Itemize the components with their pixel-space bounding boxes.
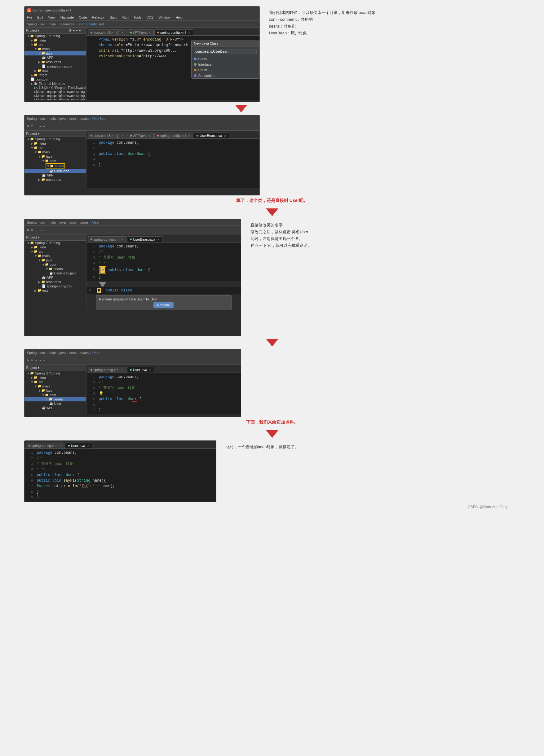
tab2-pom[interactable]: pom.xml (Spring) ✕ bbox=[88, 133, 127, 138]
section3-comment: 直接修改类的名字 修改完之后，鼠标点击 类名User 此时，左边就是出现一个 R… bbox=[247, 219, 520, 252]
dialog-option-class[interactable]: Class bbox=[191, 56, 259, 62]
code5-line2: 2 /* bbox=[27, 456, 213, 461]
tab-spring-config[interactable]: spring-config.xml ✕ bbox=[154, 29, 193, 35]
menu-code[interactable]: Code bbox=[77, 15, 88, 19]
menu-build[interactable]: Build bbox=[108, 15, 118, 19]
ide-body-3: Project ▾ ▼📁Spring G:\Spring ▶📁.idea ▼📁s… bbox=[24, 234, 241, 311]
tab-pom[interactable]: pom.xml (Spring) ✕ bbox=[88, 29, 127, 35]
tab2-spring[interactable]: spring-config.xml ✕ bbox=[154, 133, 193, 138]
ide-body-4: Project ▾ ▼📁Spring G:\Spring ▶📁.idea ▼📁s… bbox=[24, 365, 241, 414]
tree2-userbean[interactable]: ☕UserBean bbox=[24, 169, 86, 173]
code5-line8: 8 } bbox=[27, 489, 213, 495]
section3-ide-col: Spring › src › main › java › com › beans… bbox=[24, 219, 241, 336]
menu-run[interactable]: Run bbox=[121, 15, 130, 19]
tree-spring: ▼📁Spring G:\Spring bbox=[24, 34, 86, 38]
csdn-footer: CSDN @Dark And Grey bbox=[24, 505, 520, 509]
tree2-main: ▼📁main bbox=[24, 150, 86, 154]
section3: Spring › src › main › java › com › beans… bbox=[24, 219, 520, 336]
code3-rename-line: 5 R public class bbox=[86, 287, 241, 294]
bc-resources: resources bbox=[59, 22, 74, 26]
bc-spring: Spring bbox=[27, 22, 37, 26]
tab4-spring[interactable]: spring-config.xml ✕ bbox=[88, 367, 126, 373]
tab-app[interactable]: APP.java ✕ bbox=[127, 29, 154, 35]
tree4-beans[interactable]: ▼📁beans bbox=[24, 397, 86, 401]
dialog-option-interface[interactable]: Interface bbox=[191, 62, 259, 67]
rename-popup-text: Rename usages of 'UserBean' to 'User' bbox=[99, 297, 228, 301]
tab5-spring[interactable]: spring-config.xml ✕ bbox=[26, 443, 64, 448]
bc-src: src bbox=[40, 22, 45, 26]
toolbar-3: ⚙ ≡ ÷ ✦ – bbox=[24, 226, 241, 234]
section4: Spring › src › main › java › com › beans… bbox=[24, 349, 520, 417]
tree3-spring: ▼📁Spring G:\Spring bbox=[24, 241, 86, 245]
tab2-userbean[interactable]: UserBean.java ✕ bbox=[194, 133, 229, 138]
tree4-java: ▼📁java bbox=[24, 388, 86, 393]
sidebar-4: Project ▾ ▼📁Spring G:\Spring ▶📁.idea ▼📁s… bbox=[24, 365, 86, 414]
tree4-src: ▼📁src bbox=[24, 380, 86, 384]
code4-line4: 4 💡 bbox=[89, 391, 238, 396]
menu-file[interactable]: File bbox=[26, 15, 34, 19]
tabs-4: spring-config.xml ✕ User.java ✕ bbox=[86, 365, 241, 373]
menu-tools[interactable]: Tools bbox=[132, 15, 143, 19]
tree2-spring: ▼📁Spring G:\Spring bbox=[24, 137, 86, 141]
tab4-user[interactable]: User.java ✕ bbox=[127, 367, 154, 373]
tree-java[interactable]: ▼📁java bbox=[24, 51, 86, 55]
project-header-2[interactable]: Project ▾ bbox=[24, 131, 86, 137]
dialog-input[interactable] bbox=[194, 49, 256, 54]
sidebar-2: Project ▾ ▼📁Spring G:\Spring ▶📁.idea ▼📁s… bbox=[24, 131, 86, 188]
tab3-spring[interactable]: spring-config.xml ✕ bbox=[88, 236, 126, 242]
editor-2: 1 package com.beans; 2 3 public class Us… bbox=[86, 139, 259, 188]
project-header-4[interactable]: Project ▾ bbox=[24, 365, 86, 371]
editor-3: 1 package com.beans; 2 /* 3 * 普通的 bean 对… bbox=[86, 243, 241, 281]
menu-navigate[interactable]: Navigate bbox=[59, 15, 75, 19]
project-header-3[interactable]: Project ▾ bbox=[24, 234, 86, 241]
tree-mvn-aop: ▶Maven: org.springframework:spring-aop:5… bbox=[24, 90, 86, 94]
tabs-1: pom.xml (Spring) ✕ APP.java ✕ spring-con… bbox=[86, 28, 259, 36]
breadcrumb-2: Spring › src › main › java › com › beans… bbox=[24, 115, 259, 122]
dialog-option-enum[interactable]: Enum bbox=[191, 67, 259, 73]
tree4-com: ▼📁com bbox=[24, 393, 86, 397]
menu-vcs[interactable]: VCS bbox=[145, 15, 155, 19]
code4-line2: 2 /* bbox=[89, 380, 238, 385]
code5-line6: 6 public void sayHi(String name){ bbox=[27, 478, 213, 483]
tree-jdk: ▶< 1.8 (2) > C:\Program Files\Java\jdk1.… bbox=[24, 86, 86, 90]
tree-mvn-context: ▶Maven: org.springframework:spring-conte… bbox=[24, 98, 86, 100]
tree-pom: 📄pom.xml bbox=[24, 77, 86, 81]
menu-edit[interactable]: Edit bbox=[36, 15, 44, 19]
rename-button[interactable]: Rename bbox=[153, 302, 174, 308]
section1-ide-col: 🔥 Spring - spring-config.xml File Edit V… bbox=[24, 6, 260, 102]
tree4-spring: ▼📁Spring G:\Spring bbox=[24, 371, 86, 375]
tab5-user[interactable]: User.java ✕ bbox=[65, 443, 92, 448]
menu-help[interactable]: Help bbox=[174, 15, 184, 19]
tree-src: ▼📁src bbox=[24, 42, 86, 47]
code2-line4: 4 bbox=[89, 157, 257, 162]
menu-view[interactable]: View bbox=[47, 15, 57, 19]
tree3-userbean: ☕UserBean.java bbox=[24, 271, 86, 275]
code2-line5: 5 } bbox=[89, 162, 257, 168]
ide-body-1: Project ▾ ⚙ ≡ ÷ ✦ – ▼📁Spring G:\Spring ▶… bbox=[24, 28, 259, 100]
code3-line5: 5 R public class User { bbox=[89, 266, 238, 274]
r-marker[interactable]: R bbox=[100, 267, 105, 273]
editor-area-3: spring-config.xml ✕ UserBean.java ✕ bbox=[86, 234, 241, 311]
rename-popup-box: Rename usages of 'UserBean' to 'User' Re… bbox=[96, 295, 231, 310]
menu-window[interactable]: Window bbox=[157, 15, 172, 19]
tab2-app[interactable]: APP.java ✕ bbox=[127, 133, 154, 138]
arrow-down-3 bbox=[266, 339, 279, 347]
project-header[interactable]: Project ▾ ⚙ ≡ ÷ ✦ – bbox=[24, 28, 86, 34]
menu-refactor[interactable]: Refactor bbox=[91, 15, 106, 19]
arrow-down-2 bbox=[266, 208, 279, 216]
section4-label: 下面，我们来给它加点料。 bbox=[246, 420, 298, 425]
annotation-icon bbox=[194, 74, 196, 77]
code4-line7: 7 } bbox=[89, 408, 238, 413]
dialog-option-annotation[interactable]: Annotation bbox=[191, 73, 259, 78]
code2-line3: 3 public class UserBean { bbox=[89, 151, 257, 157]
ide-window-2: Spring › src › main › java › com › beans… bbox=[24, 115, 260, 195]
tree2-com: ▼📁com bbox=[24, 159, 86, 163]
class-icon bbox=[194, 58, 196, 60]
ide-window-3: Spring › src › main › java › com › beans… bbox=[24, 219, 241, 336]
section2-label: 算了，这个类，还是直接叫 User吧。 bbox=[236, 198, 308, 203]
tab3-userbean[interactable]: UserBean.java ✕ bbox=[127, 236, 162, 242]
code5-line5: 5 public class User { bbox=[27, 472, 213, 478]
tree-spring-xml: 📄spring-config.xml bbox=[24, 64, 86, 68]
tree3-com: ▼📁com bbox=[24, 262, 86, 267]
tree3-resources: ▶📁resources bbox=[24, 280, 86, 284]
